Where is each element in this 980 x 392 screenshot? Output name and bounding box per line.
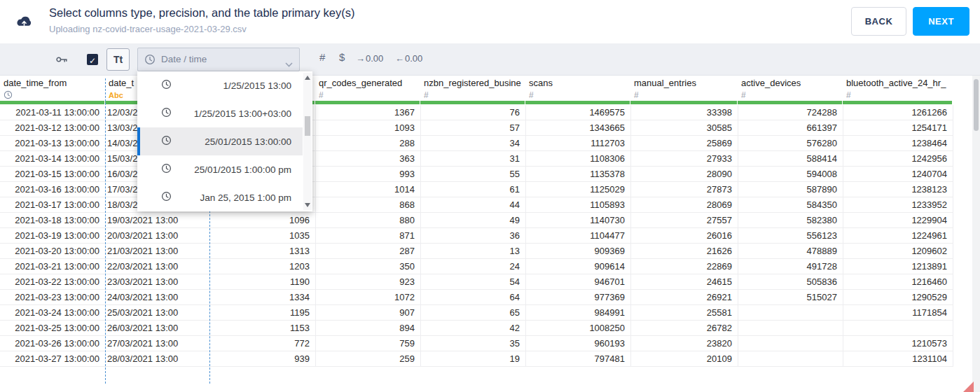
table-cell: 2021-03-27 13:00:00: [0, 351, 105, 366]
table-cell: 2021-03-17 13:00:00: [0, 197, 105, 212]
overflow-corner-indicator: [963, 382, 974, 392]
table-cell: 1213891: [843, 259, 953, 274]
table-cell: 939: [209, 351, 315, 366]
table-cell: 1140730: [525, 213, 630, 227]
next-button[interactable]: NEXT: [913, 7, 969, 36]
table-cell: 1203: [209, 259, 315, 274]
table-cell: 76: [420, 105, 525, 120]
table-cell: 25869: [630, 136, 738, 150]
primary-key-icon[interactable]: [55, 52, 69, 69]
table-cell: 594008: [738, 167, 843, 181]
column-gridline: [630, 105, 631, 367]
increase-decimal-button[interactable]: →0.00: [356, 53, 383, 64]
table-cell: 28/03/2021 13:00: [105, 351, 209, 366]
page-title: Select columns type, precision, and the …: [49, 6, 355, 20]
left-arrow-icon: ←: [395, 53, 404, 64]
table-cell: 57: [420, 120, 525, 135]
table-cell: 1224961: [843, 228, 953, 243]
table-cell: 36: [420, 228, 525, 243]
table-cell: 907: [315, 305, 420, 320]
upload-cloud-icon: [15, 14, 34, 32]
column-header-nzbn_registered_busine[interactable]: nzbn_registered_busine#: [420, 76, 525, 105]
table-cell: 797481: [525, 351, 630, 366]
scroll-up-icon[interactable]: [305, 76, 310, 80]
include-column-checkbox[interactable]: ✓: [87, 54, 98, 65]
clock-icon: [161, 107, 172, 120]
table-cell: 2021-03-26 13:00:00: [0, 336, 105, 351]
table-row: 2021-03-26 13:00:0027/03/2021 13:0077275…: [0, 336, 953, 351]
currency-type-button[interactable]: $: [339, 51, 345, 63]
table-cell: 2021-03-22 13:00:00: [0, 274, 105, 289]
datetime-format-select[interactable]: Date / time: [137, 48, 300, 71]
table-cell: 22869: [630, 259, 738, 274]
format-option[interactable]: 1/25/2015 13:00+03:00: [137, 99, 303, 127]
table-cell: 1171854: [843, 305, 953, 320]
table-cell: 909614: [525, 259, 630, 274]
table-cell: 19/03/2021 13:00: [105, 213, 209, 227]
table-cell: 724288: [738, 105, 843, 120]
table-cell: 31: [420, 151, 525, 166]
table-cell: 49: [420, 213, 525, 227]
clock-icon: [161, 135, 172, 148]
table-cell: 2021-03-12 13:00:00: [0, 120, 105, 135]
table-cell: 576280: [738, 136, 843, 150]
vertical-scrollbar-thumb[interactable]: [974, 79, 979, 131]
format-option-list: 1/25/2015 13:001/25/2015 13:00+03:0025/0…: [137, 71, 303, 211]
table-cell: 1153: [209, 321, 315, 335]
table-cell: 1238464: [843, 136, 953, 150]
table-cell: 28090: [630, 167, 738, 181]
column-quality-bar: [420, 101, 525, 104]
table-cell: 1096: [209, 213, 315, 227]
column-header-active_devices[interactable]: active_devices#: [738, 76, 843, 105]
text-type-button[interactable]: Tt: [106, 48, 130, 71]
back-button[interactable]: BACK: [851, 7, 906, 36]
number-type-button[interactable]: #: [319, 51, 325, 63]
table-cell: 582380: [738, 213, 843, 227]
table-cell: 19: [420, 351, 525, 366]
table-cell: 26921: [630, 290, 738, 304]
datetime-format-value: Date / time: [161, 54, 207, 64]
column-header-bluetooth_active_24_hr_[interactable]: bluetooth_active_24_hr_#: [843, 76, 953, 105]
table-cell: 2021-03-20 13:00:00: [0, 244, 105, 258]
table-cell: 960193: [525, 336, 630, 351]
table-cell: 1229904: [843, 213, 953, 227]
table-cell: 1210573: [843, 336, 953, 351]
table-cell: 27557: [630, 213, 738, 227]
decrease-decimal-button[interactable]: ←0.00: [395, 53, 422, 64]
table-cell: 515027: [738, 290, 843, 304]
format-option-selected[interactable]: 25/01/2015 13:00:00: [137, 127, 303, 155]
scroll-down-icon[interactable]: [305, 203, 310, 207]
table-cell: 1290529: [843, 290, 953, 304]
table-cell: 1231104: [843, 351, 953, 366]
table-cell: 363: [315, 151, 420, 166]
table-cell: 584350: [738, 197, 843, 212]
format-option[interactable]: 1/25/2015 13:00: [137, 71, 303, 99]
column-header-scans[interactable]: scans#: [525, 76, 630, 105]
table-cell: 1334: [209, 290, 315, 304]
table-cell: 23820: [630, 336, 738, 351]
vertical-scrollbar[interactable]: [972, 76, 980, 392]
format-option[interactable]: 25/01/2015 1:00:00 pm: [137, 155, 303, 183]
dropdown-scrollbar-thumb[interactable]: [305, 116, 310, 136]
table-row: 2021-03-22 13:00:0023/03/2021 13:0011909…: [0, 274, 953, 290]
selected-column-left-boundary[interactable]: [105, 78, 106, 384]
column-header-qr_codes_generated[interactable]: qr_codes_generated#: [315, 76, 420, 105]
column-header-date_time_from[interactable]: date_time_from: [0, 76, 105, 105]
table-cell: 1105893: [525, 197, 630, 212]
table-cell: 22/03/2021 13:00: [105, 259, 209, 274]
number-type-indicator: #: [319, 90, 324, 100]
column-name: manual_entries: [630, 76, 738, 88]
table-cell: 505836: [738, 274, 843, 289]
number-type-indicator: #: [424, 90, 429, 100]
column-name: qr_codes_generated: [315, 76, 420, 88]
table-cell: 2021-03-11 13:00:00: [0, 105, 105, 120]
dropdown-scrollbar[interactable]: [303, 73, 312, 210]
column-header-manual_entries[interactable]: manual_entries#: [630, 76, 738, 105]
table-cell: 34: [420, 136, 525, 150]
table-cell: 2021-03-13 13:00:00: [0, 136, 105, 150]
column-gridline: [738, 105, 738, 367]
chevron-down-icon: [285, 57, 293, 70]
table-cell: 478889: [738, 244, 843, 258]
format-option[interactable]: Jan 25, 2015 1:00 pm: [137, 183, 303, 211]
column-gridline: [953, 105, 953, 367]
